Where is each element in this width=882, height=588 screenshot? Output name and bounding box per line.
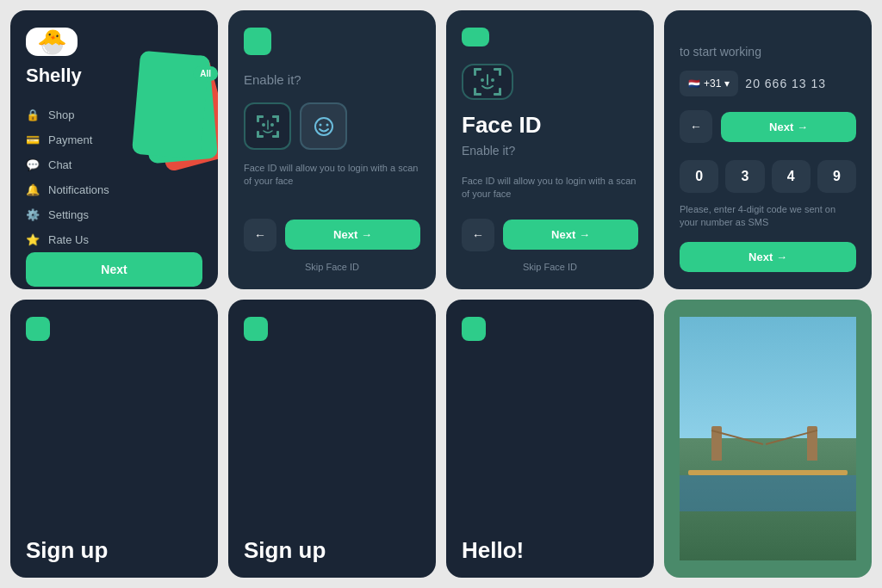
sky [680,317,856,439]
next-button-top[interactable]: Next → [721,112,856,142]
svg-point-13 [326,123,328,126]
next-button-otp[interactable]: Next → [680,242,856,272]
hello-title: Hello! [462,537,524,564]
face-id-description: Face ID will allow you to login with a s… [244,162,420,189]
otp-digit-2[interactable]: 4 [772,160,811,193]
face-id-icon-group [244,102,420,150]
svg-rect-21 [499,88,501,96]
next-button[interactable]: Next → [503,220,638,250]
face-id-smile-icon [300,102,347,150]
chat-icon: 💬 [26,158,40,171]
phone-number: 20 666 13 13 [745,77,826,90]
card-sign-up-2: Sign up [228,300,436,579]
svg-point-11 [315,118,332,135]
card-shelly-menu: 🐣 Shelly All 🔒 Shop 💳 Payment 💬 Chat 🔔 N… [10,10,218,289]
enable-label: Enable it? [244,72,420,87]
green-square-icon [462,28,489,46]
nav-row: ← Next → [462,219,638,251]
svg-point-12 [319,123,321,126]
card-phone-verification: to start working 🇳🇱 +31 ▾ 20 666 13 13 ←… [664,10,872,289]
back-button-top[interactable]: ← [680,110,712,143]
face-id-subtitle: Enable it? [462,144,638,158]
game-background [680,317,856,561]
green-square-icon [462,317,486,341]
svg-point-8 [262,123,265,127]
green-square-icon [244,317,268,341]
svg-rect-19 [474,88,476,96]
chevron-down-icon: ▾ [724,77,730,90]
back-button[interactable]: ← [462,219,494,251]
otp-digit-row: 0 3 4 9 [680,160,856,193]
next-button[interactable]: Next [26,252,202,287]
skip-face-id-link[interactable]: Skip Face ID [462,262,638,272]
all-badge: All [193,66,218,81]
svg-rect-5 [257,131,259,138]
sign-up-title-2: Sign up [244,537,326,564]
country-selector[interactable]: 🇳🇱 +31 ▾ [680,71,738,96]
gear-icon: ⚙️ [26,208,40,221]
svg-point-9 [270,123,274,127]
nav-row-top: ← Next → [680,110,856,143]
otp-hint-text: Please, enter 4-digit code we sent on yo… [680,203,856,230]
face-id-scan-icon [244,102,291,150]
svg-rect-3 [276,115,279,122]
card-hello: Hello! [446,300,654,579]
avatar: 🐣 [26,28,78,56]
skip-face-id-link[interactable]: Skip Face ID [244,262,420,272]
star-icon: ⭐ [26,233,40,246]
face-id-title: Face ID [462,112,638,139]
next-button[interactable]: Next → [285,220,420,250]
otp-digit-3[interactable]: 9 [817,160,856,193]
svg-point-22 [481,78,484,82]
svg-rect-1 [257,115,259,122]
shop-icon: 🔒 [26,108,40,121]
payment-icon: 💳 [26,133,40,146]
face-id-description: Face ID will allow you to login with a s… [462,175,638,201]
sign-up-title: Sign up [26,537,108,564]
menu-item-rate-us[interactable]: ⭐ Rate Us [26,227,202,252]
card-face-id-title: Face ID Enable it? Face ID will allow yo… [446,10,654,289]
back-button[interactable]: ← [244,219,276,251]
fanned-cards-decoration: All [127,53,218,191]
svg-rect-15 [474,68,476,76]
bell-icon: 🔔 [26,183,40,196]
otp-section: 0 3 4 9 Please, enter 4-digit code we se… [680,160,856,272]
card-enable-face-id: Enable it? [228,10,436,289]
card-sign-up-1: Sign up [10,300,218,579]
water [680,475,856,512]
nav-row: ← Next → [244,219,420,251]
menu-item-settings[interactable]: ⚙️ Settings [26,202,202,227]
otp-digit-1[interactable]: 3 [725,160,764,193]
face-id-icon [462,64,513,100]
flag-icon: 🇳🇱 [688,78,700,90]
phone-input-row: 🇳🇱 +31 ▾ 20 666 13 13 [680,71,856,96]
otp-digit-0[interactable]: 0 [680,160,718,193]
green-square-icon [26,317,50,341]
to-start-label: to start working [680,45,856,59]
svg-rect-17 [499,68,501,76]
svg-rect-7 [276,131,279,138]
svg-point-23 [491,78,494,82]
card-game-scene [664,300,872,579]
green-square-icon [244,28,271,55]
